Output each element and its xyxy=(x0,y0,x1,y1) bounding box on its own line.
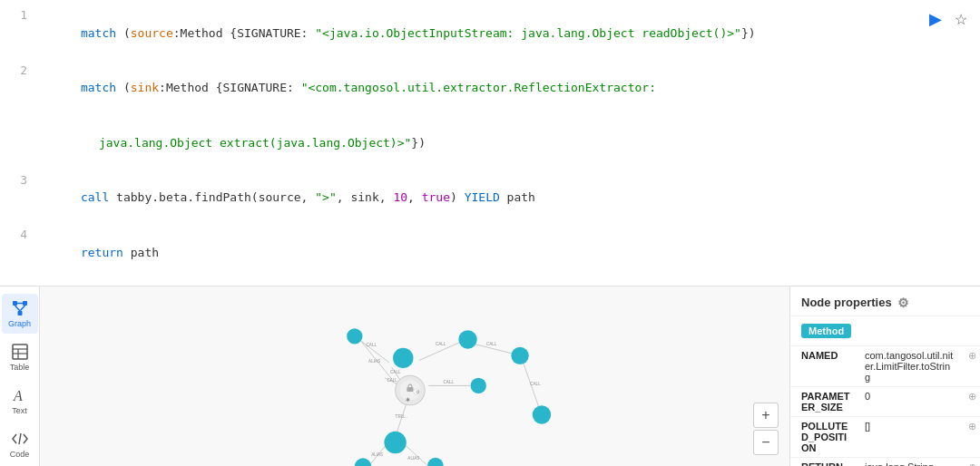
panel-gear-icon[interactable]: ⚙ xyxy=(897,296,909,310)
zoom-in-button[interactable]: + xyxy=(753,403,779,428)
prop-val-named: com.tangosol.util.niter.LimitFilter.toSt… xyxy=(863,345,964,386)
sidebar-label-text: Text xyxy=(12,406,27,415)
main-area: Graph Table A Text Code xyxy=(0,286,980,467)
sidebar-label-graph: Graph xyxy=(8,319,31,328)
line-content-2: match (sink:Method {SIGNATURE: "<com.tan… xyxy=(38,62,656,115)
prop-val-return-type: java.lang.String xyxy=(863,457,964,466)
graph-node-lower-right[interactable] xyxy=(533,405,551,423)
svg-text:CALL: CALL xyxy=(390,369,401,374)
sidebar-item-table[interactable]: Table xyxy=(2,337,38,377)
prop-row-polluted: POLLUTED_POSITION [] ⊕ xyxy=(790,416,980,457)
svg-text:ALIAS: ALIAS xyxy=(368,358,380,363)
svg-text:✱: ✱ xyxy=(406,396,410,402)
graph-icon xyxy=(11,299,29,317)
svg-rect-6 xyxy=(13,345,27,359)
prop-row-return-type: RETURN_TYPE java.lang.String ⊕ xyxy=(790,457,980,466)
code-line-3: 3 call tabby.beta.findPath(source, ">", … xyxy=(0,170,980,226)
line-content-3: call tabby.beta.findPath(source, ">", si… xyxy=(38,171,535,225)
star-button[interactable]: ☆ xyxy=(953,9,969,30)
graph-node-top[interactable] xyxy=(393,347,413,367)
text-icon: A xyxy=(11,386,29,404)
svg-text:A: A xyxy=(13,388,23,403)
line-content-4: return path xyxy=(38,226,159,279)
prop-row-param-size: PARAMETER_SIZE 0 ⊕ xyxy=(790,386,980,416)
sidebar-item-text[interactable]: A Text xyxy=(2,381,38,421)
code-line-2: 2 match (sink:Method {SIGNATURE: "<com.t… xyxy=(0,61,980,116)
code-editor: 1 match (source:Method {SIGNATURE: "<jav… xyxy=(0,0,980,286)
svg-text:CALL: CALL xyxy=(436,342,446,346)
svg-rect-0 xyxy=(13,301,17,306)
svg-line-11 xyxy=(19,433,21,444)
svg-rect-1 xyxy=(23,301,27,306)
code-icon xyxy=(11,430,29,448)
line-content-1: match (source:Method {SIGNATURE: "<java.… xyxy=(38,6,756,60)
code-line-4: 4 return path xyxy=(0,225,980,280)
sidebar: Graph Table A Text Code xyxy=(0,286,40,467)
svg-text:ALIAS: ALIAS xyxy=(371,452,383,457)
code-line-2b: java.lang.Object extract(java.lang.Objec… xyxy=(0,115,980,170)
graph-node-far-right[interactable] xyxy=(511,346,528,364)
svg-line-4 xyxy=(15,306,20,311)
prop-copy-return-type[interactable]: ⊕ xyxy=(964,457,980,466)
table-icon xyxy=(11,343,29,361)
graph-node-lower-right-2[interactable] xyxy=(427,457,443,466)
line-number-2: 2 xyxy=(9,62,27,80)
node-properties-panel: Node properties ⚙ Method NAMED com.tango… xyxy=(789,286,980,467)
svg-text:CALL: CALL xyxy=(530,382,541,386)
line-number-3: 3 xyxy=(9,171,27,189)
prop-key-named: NAMED xyxy=(790,345,863,386)
sidebar-label-table: Table xyxy=(10,363,30,372)
prop-copy-polluted[interactable]: ⊕ xyxy=(964,416,980,457)
svg-text:CALL: CALL xyxy=(367,343,377,347)
method-badge[interactable]: Method xyxy=(801,324,851,338)
svg-text:CALL: CALL xyxy=(387,378,397,383)
sidebar-item-graph[interactable]: Graph xyxy=(2,294,38,334)
prop-val-param-size: 0 xyxy=(863,386,964,416)
center-lock-icon xyxy=(407,386,413,391)
svg-text:ALIAS: ALIAS xyxy=(407,455,419,460)
prop-val-polluted: [] xyxy=(863,416,964,457)
prop-copy-param-size[interactable]: ⊕ xyxy=(964,386,980,416)
panel-title: Node properties ⚙ xyxy=(790,286,980,316)
svg-rect-2 xyxy=(17,311,22,316)
svg-text:CALL: CALL xyxy=(444,379,455,383)
code-line-1: 1 match (source:Method {SIGNATURE: "<jav… xyxy=(0,5,980,61)
graph-canvas[interactable]: CALL CALL CALL ALIAS CALL CALL TRU... AL… xyxy=(40,286,789,467)
run-button[interactable]: ▶ xyxy=(927,7,944,31)
graph-node-right-mid[interactable] xyxy=(471,377,486,393)
sidebar-item-code[interactable]: Code xyxy=(2,424,38,464)
zoom-controls: + − xyxy=(753,403,779,455)
prop-row-named: NAMED com.tangosol.util.niter.LimitFilte… xyxy=(790,345,980,386)
prop-key-polluted: POLLUTED_POSITION xyxy=(790,416,863,457)
line-number-4: 4 xyxy=(9,226,27,244)
prop-copy-named[interactable]: ⊕ xyxy=(964,345,980,386)
prop-key-return-type: RETURN_TYPE xyxy=(790,457,863,466)
zoom-out-button[interactable]: − xyxy=(753,430,779,455)
svg-text:CALL: CALL xyxy=(486,342,497,346)
properties-table: NAMED com.tangosol.util.niter.LimitFilte… xyxy=(790,345,980,467)
line-content-2b: java.lang.Object extract(java.lang.Objec… xyxy=(38,116,426,170)
graph-node-upper-left[interactable] xyxy=(347,328,362,344)
graph-svg: CALL CALL CALL ALIAS CALL CALL TRU... AL… xyxy=(40,286,789,467)
svg-text:TRU...: TRU... xyxy=(396,414,407,419)
graph-node-upper-right[interactable] xyxy=(458,330,476,348)
graph-node-lower[interactable] xyxy=(384,431,406,452)
panel-title-text: Node properties xyxy=(801,296,892,309)
line-number-1: 1 xyxy=(9,6,27,24)
toolbar-icons: ▶ ☆ xyxy=(927,7,969,31)
sidebar-label-code: Code xyxy=(10,450,30,459)
svg-line-5 xyxy=(20,306,25,311)
prop-key-param-size: PARAMETER_SIZE xyxy=(790,386,863,416)
graph-node-lower-left[interactable] xyxy=(355,458,371,466)
